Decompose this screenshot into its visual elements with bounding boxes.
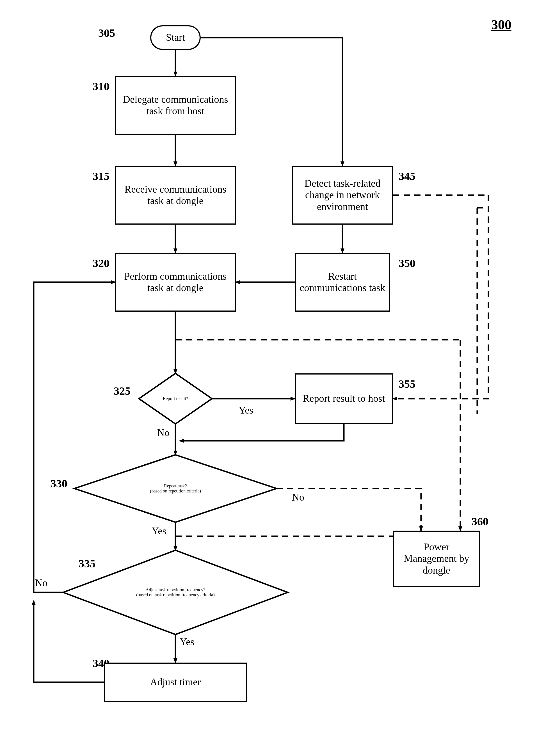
process-345: Detect task-related change in network en…	[292, 166, 393, 225]
edge-325-yes: Yes	[239, 404, 253, 416]
terminator-start-text: Start	[166, 32, 185, 43]
process-320: Perform communications task at dongle	[115, 253, 236, 312]
decision-325-text: Report result?	[147, 396, 204, 401]
decision-330-text: Repeat task? (based on repetition criter…	[102, 483, 248, 494]
edges-svg: .s { stroke:#000; stroke-width:5; fill:n…	[0, 0, 560, 735]
process-310-text: Delegate communications task from host	[119, 94, 232, 117]
process-355-text: Report result to host	[303, 393, 385, 404]
process-315: Receive communications task at dongle	[115, 166, 236, 225]
process-350-text: Restart communications task	[299, 271, 386, 294]
figure-number: 300	[491, 17, 511, 32]
label-305: 305	[98, 27, 115, 40]
decision-335-text: Adjust task repetition frequency? (based…	[86, 587, 265, 597]
label-325: 325	[114, 385, 131, 398]
label-320: 320	[93, 257, 109, 270]
edge-335-yes: Yes	[180, 636, 194, 648]
label-315: 315	[93, 170, 109, 183]
edge-330-no: No	[292, 491, 304, 503]
process-310: Delegate communications task from host	[115, 76, 236, 135]
terminator-start: Start	[150, 25, 201, 50]
edge-335-no: No	[35, 577, 47, 589]
label-335: 335	[79, 557, 95, 570]
label-360: 360	[472, 515, 488, 528]
label-310: 310	[93, 80, 109, 93]
process-315-text: Receive communications task at dongle	[119, 184, 232, 207]
process-340-text: Adjust timer	[150, 676, 201, 688]
process-345-text: Detect task-related change in network en…	[296, 178, 389, 213]
process-355: Report result to host	[295, 373, 393, 424]
process-360-text: Power Management by dongle	[397, 541, 476, 576]
label-355: 355	[399, 378, 415, 391]
process-320-text: Perform communications task at dongle	[119, 271, 232, 294]
label-350: 350	[399, 257, 415, 270]
process-350: Restart communications task	[295, 253, 390, 312]
label-330: 330	[51, 477, 67, 490]
edge-325-no: No	[157, 427, 170, 439]
label-345: 345	[399, 170, 415, 183]
edge-330-yes: Yes	[152, 525, 166, 537]
process-360: Power Management by dongle	[393, 531, 480, 587]
process-340: Adjust timer	[104, 663, 247, 702]
flowchart-page: .s { stroke:#000; stroke-width:5; fill:n…	[0, 0, 560, 735]
